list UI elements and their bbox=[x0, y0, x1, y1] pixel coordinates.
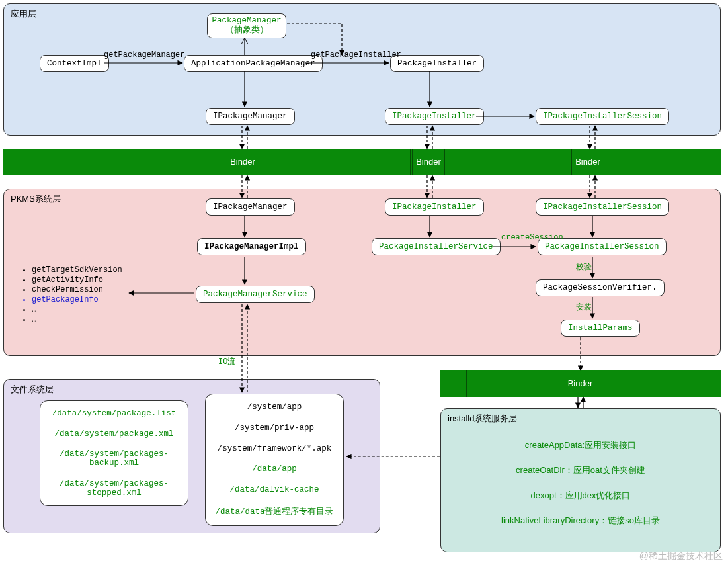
node-context-impl-label: ContextImpl bbox=[47, 59, 102, 68]
layer-fs-title: 文件系统层 bbox=[11, 384, 54, 396]
node-app-package-manager: ApplicationPackageManager bbox=[184, 55, 323, 72]
node-package-installer-service-label: PackageInstallerService bbox=[379, 242, 493, 251]
binder-cell-1b: Binder bbox=[412, 149, 445, 175]
fs-line: /system/framework/*.apk bbox=[206, 441, 343, 456]
fs-line: /data/data普通程序专有目录 bbox=[206, 503, 343, 521]
binder-label-2: Binder bbox=[568, 378, 593, 388]
method-item: … bbox=[32, 315, 122, 324]
node-ipackage-installer-session-app: IPackageInstallerSession bbox=[536, 108, 669, 125]
edge-label-install: 安装 bbox=[576, 302, 592, 313]
edge-label-getpackageinstaller: getPackageInstaller bbox=[311, 50, 401, 60]
layer-installd: installd系统服务层 createAppData:应用安装接口 creat… bbox=[440, 408, 721, 552]
node-ipackage-installer-pkms: IPackageInstaller bbox=[385, 198, 484, 216]
binder-cell-1c: Binder bbox=[571, 149, 604, 175]
node-package-manager-service: PackageManagerService bbox=[196, 286, 315, 303]
fs-line: /data/system/package.xml bbox=[40, 426, 188, 442]
node-package-manager-abstract-l1: PackageManager bbox=[210, 16, 283, 26]
node-package-session-verifier-label: PackageSessionVerifier. bbox=[543, 283, 657, 292]
binder-label-1c: Binder bbox=[575, 157, 600, 167]
edge-label-createsession: createSession bbox=[501, 233, 563, 242]
node-install-params-label: InstallParams bbox=[568, 324, 633, 333]
fs-line: /system/priv-app bbox=[206, 420, 343, 436]
fs-line: /data/system/packages-stopped.xml bbox=[40, 476, 188, 501]
node-ipackage-installer-app: IPackageInstaller bbox=[385, 108, 484, 125]
edge-label-verify: 校验 bbox=[576, 261, 592, 273]
node-ipackage-manager-pkms: IPackageManager bbox=[206, 198, 295, 216]
node-ipackage-installer-session-pkms-label: IPackageInstallerSession bbox=[543, 202, 662, 212]
node-ipackage-installer-app-label: IPackageInstaller bbox=[392, 112, 477, 121]
node-ipackage-manager-app-label: IPackageManager bbox=[213, 112, 288, 121]
installd-item: linkNativeLibraryDirectory：链接so库目录 bbox=[441, 508, 720, 533]
node-ipackage-manager-app: IPackageManager bbox=[206, 108, 295, 125]
node-package-manager-service-label: PackageManagerService bbox=[203, 290, 307, 299]
edge-label-iostream: IO流 bbox=[218, 356, 235, 367]
node-ipackage-manager-pkms-label: IPackageManager bbox=[213, 202, 288, 212]
method-item: getPackageInfo bbox=[32, 295, 122, 304]
edge-label-getpackagemanager: getPackageManager bbox=[104, 50, 184, 60]
fs-line: /data/system/packages-backup.xml bbox=[40, 446, 188, 471]
installd-item: dexopt：应用dex优化接口 bbox=[441, 483, 720, 508]
node-context-impl: ContextImpl bbox=[40, 55, 109, 72]
installd-item: createOatDir：应用oat文件夹创建 bbox=[441, 458, 720, 483]
node-package-manager-abstract-l2: （抽象类） bbox=[210, 26, 283, 36]
node-package-installer-session-label: PackageInstallerSession bbox=[545, 242, 659, 251]
node-install-params: InstallParams bbox=[561, 320, 640, 337]
node-ipackage-installer-session-pkms: IPackageInstallerSession bbox=[536, 198, 669, 216]
installd-item: createAppData:应用安装接口 bbox=[441, 433, 720, 458]
node-package-installer: PackageInstaller bbox=[390, 55, 484, 72]
layer-installd-title: installd系统服务层 bbox=[448, 413, 517, 425]
node-ipackage-manager-impl-label: IPackageManagerImpl bbox=[204, 242, 299, 251]
fs-line: /data/dalvik-cache bbox=[206, 482, 343, 498]
method-item: getTargetSdkVersion bbox=[32, 265, 122, 275]
node-ipackage-manager-impl: IPackageManagerImpl bbox=[197, 238, 306, 255]
methods-list: getTargetSdkVersion getActivityInfo chec… bbox=[20, 265, 122, 325]
fs-line: /system/app bbox=[206, 399, 343, 415]
method-item: … bbox=[32, 305, 122, 314]
method-item: checkPermission bbox=[32, 285, 122, 294]
node-package-installer-service: PackageInstallerService bbox=[372, 238, 501, 255]
watermark: @稀土掘金技术社区 bbox=[639, 550, 723, 562]
binder-cell-2: Binder bbox=[466, 370, 694, 397]
binder-label-1a: Binder bbox=[230, 157, 255, 167]
layer-app-title: 应用层 bbox=[11, 8, 36, 20]
binder-cell-1a: Binder bbox=[75, 149, 411, 175]
fs-line: /data/app bbox=[206, 461, 343, 477]
method-item: getActivityInfo bbox=[32, 275, 122, 284]
node-package-session-verifier: PackageSessionVerifier. bbox=[536, 279, 665, 296]
node-ipackage-installer-pkms-label: IPackageInstaller bbox=[392, 202, 477, 212]
fs-box-right: /system/app /system/priv-app /system/fra… bbox=[205, 394, 344, 526]
fs-line: /data/system/package.list bbox=[40, 406, 188, 421]
layer-pkms-title: PKMS系统层 bbox=[11, 193, 61, 205]
fs-box-left: /data/system/package.list /data/system/p… bbox=[40, 400, 188, 506]
node-package-installer-label: PackageInstaller bbox=[397, 59, 477, 68]
node-app-package-manager-label: ApplicationPackageManager bbox=[191, 59, 315, 68]
binder-label-1b: Binder bbox=[416, 157, 441, 167]
node-package-manager-abstract: PackageManager （抽象类） bbox=[207, 13, 286, 38]
node-ipackage-installer-session-app-label: IPackageInstallerSession bbox=[543, 112, 662, 121]
